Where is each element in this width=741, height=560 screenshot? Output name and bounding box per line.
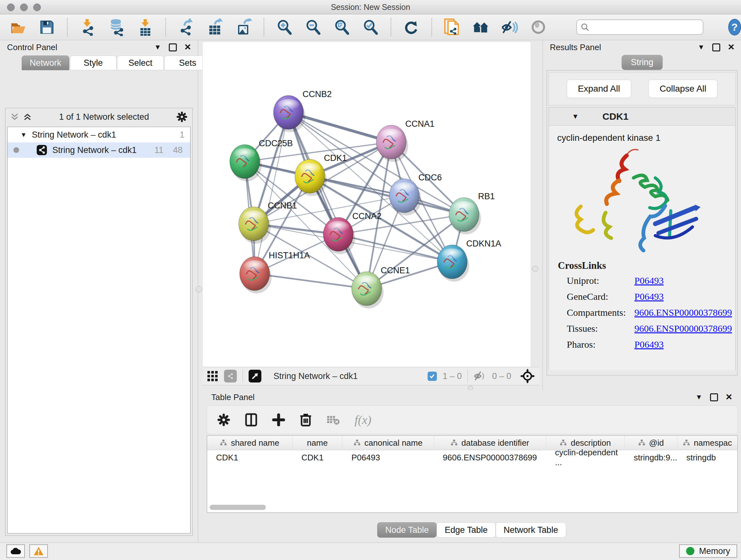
- expand-all-button[interactable]: Expand All: [567, 79, 631, 98]
- cloud-status-button[interactable]: [6, 544, 25, 558]
- panel-close-button[interactable]: ×: [728, 41, 734, 52]
- cell-description[interactable]: cyclin-dependent ...: [546, 450, 625, 465]
- table-row[interactable]: CDK1 CDK1 P06493 9606.ENSP00000378699 cy…: [207, 450, 738, 465]
- tab-network[interactable]: Network: [22, 56, 69, 70]
- control-panel-title: Control Panel: [7, 43, 57, 52]
- zoom-out-icon[interactable]: [305, 18, 322, 36]
- detach-view-icon[interactable]: [249, 370, 261, 382]
- zoom-fit-icon[interactable]: [333, 18, 350, 36]
- crosslink-label: Pharos:: [567, 339, 634, 350]
- grid-view-icon[interactable]: [207, 370, 218, 382]
- tab-select[interactable]: Select: [117, 56, 164, 70]
- new-network-from-selection-icon[interactable]: [444, 18, 461, 36]
- network-overview-icon[interactable]: [224, 370, 237, 382]
- panel-close-button[interactable]: ×: [185, 41, 191, 52]
- network-node-HIST1H1A[interactable]: HIST1H1A: [240, 251, 310, 294]
- cell-canonical-name[interactable]: P06493: [342, 450, 434, 465]
- crosslink-compartments[interactable]: 9606.ENSP00000378699: [634, 307, 732, 318]
- import-table-from-file-icon[interactable]: [137, 18, 154, 36]
- search-input[interactable]: [592, 22, 699, 32]
- horizontal-scrollbar-thumb[interactable]: [210, 505, 266, 510]
- panel-collapse-caret[interactable]: ▼: [697, 44, 704, 51]
- protein-structure-image: [562, 145, 712, 257]
- tab-style[interactable]: Style: [70, 56, 117, 70]
- zoom-in-icon[interactable]: [276, 18, 293, 36]
- delete-column-icon[interactable]: [300, 413, 312, 427]
- cell-database-identifier[interactable]: 9606.ENSP00000378699: [434, 450, 546, 465]
- selected-indicator-checkbox[interactable]: [428, 372, 437, 381]
- save-session-icon[interactable]: [38, 18, 56, 36]
- section-expander-icon[interactable]: ▼: [572, 112, 579, 121]
- crosslink-genecard[interactable]: P06493: [634, 291, 664, 302]
- network-node-CCNB1[interactable]: CCNB1: [239, 201, 297, 244]
- zoom-selected-icon[interactable]: [362, 18, 379, 36]
- show-columns-icon[interactable]: [245, 413, 258, 427]
- cell-namespace[interactable]: stringdb: [677, 450, 738, 465]
- panel-float-button[interactable]: [169, 44, 177, 51]
- network-node-RB1[interactable]: RB1: [449, 192, 495, 234]
- column-header-canonical-name[interactable]: canonical name: [342, 436, 434, 450]
- panel-float-button[interactable]: [712, 44, 720, 51]
- network-node-CDC6[interactable]: CDC6: [389, 173, 442, 215]
- tree-expander-icon[interactable]: ▼: [20, 131, 27, 138]
- network-node-CDK1[interactable]: CDK1: [295, 153, 347, 196]
- network-node-CCNE1[interactable]: CCNE1: [352, 266, 410, 308]
- import-network-from-database-icon[interactable]: [108, 18, 125, 36]
- open-session-icon[interactable]: [10, 18, 27, 36]
- table-panel: Table Panel ▼ × f(x) shared name name ca…: [202, 390, 741, 543]
- first-neighbors-icon[interactable]: [472, 18, 489, 36]
- maximize-window-button[interactable]: [33, 3, 41, 11]
- export-image-icon[interactable]: [235, 18, 252, 36]
- table-panel-title: Table Panel: [211, 392, 255, 402]
- memory-button[interactable]: Memory: [679, 544, 737, 558]
- right-splitter-handle[interactable]: [532, 266, 538, 272]
- table-options-gear-icon[interactable]: [217, 414, 230, 426]
- tab-edge-table[interactable]: Edge Table: [436, 522, 495, 538]
- fit-content-crosshair-icon[interactable]: [520, 369, 535, 383]
- tab-node-table[interactable]: Node Table: [377, 522, 436, 538]
- node-table[interactable]: shared name name canonical name database…: [207, 435, 738, 513]
- help-button[interactable]: ?: [728, 19, 741, 36]
- column-header-namespace[interactable]: namespac: [677, 436, 738, 450]
- expand-all-networks-icon[interactable]: [10, 113, 19, 121]
- panel-close-button[interactable]: ×: [726, 391, 732, 402]
- crosslink-uniprot[interactable]: P06493: [634, 275, 664, 286]
- network-collection-label: String Network – cdk1: [32, 130, 116, 140]
- network-collection-row[interactable]: ▼ String Network – cdk1 1: [8, 127, 190, 142]
- hide-graphics-details-icon[interactable]: [501, 18, 518, 36]
- crosslink-pharos[interactable]: P06493: [634, 339, 664, 350]
- panel-float-button[interactable]: [710, 393, 718, 401]
- network-node-CDKN1A[interactable]: CDKN1A: [437, 239, 501, 282]
- refresh-view-icon[interactable]: [403, 18, 420, 36]
- string-network-graph[interactable]: CCNB2CCNA1CDC25BCDK1CDC6RB1CCNB1CCNA2CDK…: [203, 42, 531, 367]
- network-view-canvas[interactable]: CCNB2CCNA1CDC25BCDK1CDC6RB1CCNB1CCNA2CDK…: [202, 42, 531, 367]
- left-splitter-handle[interactable]: [196, 286, 202, 293]
- cell-name[interactable]: CDK1: [293, 450, 343, 465]
- column-header-name[interactable]: name: [293, 436, 343, 450]
- panel-collapse-caret[interactable]: ▼: [154, 44, 161, 51]
- export-table-icon[interactable]: [206, 18, 223, 36]
- import-network-from-file-icon[interactable]: [79, 18, 96, 36]
- export-network-icon[interactable]: [178, 18, 195, 36]
- cell-id[interactable]: stringdb:9...: [625, 450, 677, 465]
- network-options-gear-icon[interactable]: [177, 111, 187, 122]
- network-row[interactable]: String Network – cdk1 11 48: [8, 142, 190, 158]
- collapse-all-button[interactable]: Collapse All: [649, 79, 718, 98]
- column-header-shared-name[interactable]: shared name: [207, 436, 293, 450]
- cell-shared-name[interactable]: CDK1: [207, 450, 293, 465]
- crosslink-label: Tissues:: [567, 323, 634, 334]
- search-box[interactable]: [576, 19, 703, 35]
- tab-string[interactable]: String: [622, 55, 663, 70]
- crosslink-tissues[interactable]: 9606.ENSP00000378699: [634, 323, 732, 334]
- close-window-button[interactable]: [7, 3, 15, 11]
- minimize-window-button[interactable]: [20, 3, 28, 11]
- panel-collapse-caret[interactable]: ▼: [695, 394, 702, 401]
- warnings-button[interactable]: [29, 544, 48, 558]
- tab-network-table[interactable]: Network Table: [495, 522, 566, 538]
- column-header-id[interactable]: @id: [625, 436, 677, 450]
- collapse-all-networks-icon[interactable]: [23, 113, 31, 121]
- show-graphics-details-icon[interactable]: [530, 18, 547, 36]
- node-label-RB1: RB1: [478, 192, 495, 201]
- column-header-database-identifier[interactable]: database identifier: [434, 436, 546, 450]
- create-column-icon[interactable]: [272, 414, 285, 426]
